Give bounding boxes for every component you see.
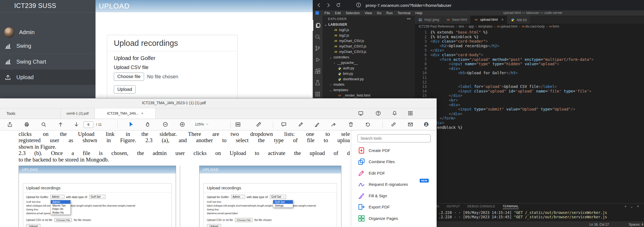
new-terminal-icon[interactable]: + xyxy=(624,204,627,208)
breadcrumb-item-upload-html[interactable]: <> upload.html xyxy=(497,25,517,28)
tree-item-mychart-csv-js[interactable]: JSmyChart_CSV.js xyxy=(323,38,415,44)
sidebar-item-swing[interactable]: Swing xyxy=(0,38,96,54)
select-tool-icon[interactable] xyxy=(128,122,134,128)
tool-item-request-e-signatures[interactable]: Request E-signaturesNEW xyxy=(358,180,408,189)
breadcrumb-item-templates[interactable]: templates xyxy=(478,25,493,28)
tree-item-models[interactable]: ›models xyxy=(323,82,415,87)
tree-item-log0-js[interactable]: JSlog0.js xyxy=(323,27,415,33)
tab-tools[interactable]: Tools xyxy=(0,108,22,119)
mail-icon[interactable] xyxy=(408,122,414,128)
share-icon[interactable] xyxy=(7,122,13,128)
tree-item-mychart-csv2-js[interactable]: JSmyChart_CSV2.js xyxy=(323,44,415,49)
beaker-icon[interactable] xyxy=(313,77,323,88)
files-icon[interactable] xyxy=(313,20,323,31)
editor-tab-app-py[interactable]: app.py xyxy=(507,16,530,24)
tree-item-bmi-py[interactable]: bmi.py xyxy=(323,71,415,76)
url-text[interactable]: proxy-7.vocareum.com/?folder=/home/labus… xyxy=(366,3,452,8)
tool-item-combine-files[interactable]: Combine Files xyxy=(358,157,395,166)
breadcrumb-item-bmi[interactable]: bmi xyxy=(459,25,464,28)
tool-item-fill-sign[interactable]: Fill & Sign xyxy=(358,191,387,200)
source-control-icon[interactable] xyxy=(313,43,323,54)
help-icon[interactable] xyxy=(375,110,381,117)
debug-icon[interactable] xyxy=(313,54,323,65)
apps-icon[interactable] xyxy=(408,110,414,117)
hand-tool-icon[interactable] xyxy=(145,122,151,128)
tree-root[interactable]: ⌄ LABSUSER xyxy=(323,22,415,27)
editor-tab-upload-html[interactable]: <>upload.html× xyxy=(470,16,507,24)
tree-item-auth-py[interactable]: auth.py xyxy=(323,65,415,71)
tool-item-edit-pdf[interactable]: Edit PDF xyxy=(358,168,385,178)
terminal-tab-output[interactable]: OUTPUT xyxy=(447,205,460,209)
zoom-out-icon[interactable] xyxy=(163,122,169,128)
editor-tab-img1-jpeg[interactable]: img1.jpeg xyxy=(415,16,443,24)
reload-icon[interactable] xyxy=(335,2,342,8)
breadcrumb-item-div-card-body[interactable]: <> div.card-body xyxy=(522,25,545,28)
print-icon[interactable] xyxy=(24,122,30,128)
profile-icon[interactable] xyxy=(424,122,430,128)
close-panel-icon[interactable]: × xyxy=(637,204,639,208)
trash-icon[interactable] xyxy=(348,122,354,128)
screenshare-icon[interactable] xyxy=(358,110,364,117)
zoom-control[interactable]: 125% xyxy=(195,122,209,126)
close-icon[interactable]: × xyxy=(501,17,503,22)
page-number-input[interactable]: 6 xyxy=(84,121,93,128)
sidebar-item-swing-chart[interactable]: Swing Chart xyxy=(0,54,96,69)
menu-edit[interactable]: Edit xyxy=(332,10,343,16)
close-icon[interactable]: × xyxy=(141,112,143,115)
tab-document-1[interactable]: sem6-1 (2).pdf xyxy=(60,108,95,119)
menu-run[interactable]: Run xyxy=(384,10,395,16)
menu-go[interactable]: Go xyxy=(374,10,384,16)
more-actions-icon[interactable] xyxy=(407,17,411,21)
tool-item-create-pdf[interactable]: Create PDF xyxy=(358,146,390,155)
pencil-icon[interactable] xyxy=(298,122,304,128)
fit-width-icon[interactable] xyxy=(235,122,241,128)
editor-tab-base-html[interactable]: <>base.html xyxy=(443,16,470,24)
menu-help[interactable]: Help xyxy=(413,10,425,16)
link-icon[interactable] xyxy=(391,122,397,128)
menu-terminal[interactable]: Terminal xyxy=(395,10,413,16)
tree-item-mychart-csv3-js[interactable]: JSmyChart_CSV3.js xyxy=(323,49,415,55)
breadcrumb-item-ict239-past-references[interactable]: ICT239 Past References xyxy=(419,25,454,28)
chevron-down-icon[interactable]: ⌄ xyxy=(630,204,633,208)
site-info-icon[interactable] xyxy=(356,2,362,8)
back-icon[interactable] xyxy=(315,2,322,8)
search-tools-input[interactable] xyxy=(357,134,431,142)
tree-item-log2-js[interactable]: JSlog2.js xyxy=(323,33,415,38)
menu-selection[interactable]: Selection xyxy=(343,10,362,16)
apps-icon[interactable] xyxy=(313,89,323,100)
sign-icon[interactable] xyxy=(314,122,320,128)
tree-item-templates[interactable]: ⌄templates xyxy=(323,87,415,93)
tool-item-export-pdf[interactable]: Export PDF xyxy=(358,202,390,212)
menu-view[interactable]: View xyxy=(362,10,374,16)
breadcrumb-item-form[interactable]: <> form xyxy=(549,25,559,28)
tree-item-dashboard-py[interactable]: dashboard.py xyxy=(323,76,415,82)
code-editor[interactable]: 1{% extends "base.html" %}2{% block main… xyxy=(415,29,644,203)
tree-item-render-field-html[interactable]: <>_render_field.html xyxy=(323,93,415,98)
forward-icon[interactable] xyxy=(325,2,332,8)
bell-icon[interactable] xyxy=(392,110,398,117)
tab-document-2[interactable]: ICT239_TMA_JAN... × xyxy=(95,108,156,119)
zoom-in-icon[interactable] xyxy=(180,122,186,128)
choose-file-button[interactable]: Choose file xyxy=(114,73,144,81)
sidebar-item-upload[interactable]: Upload xyxy=(0,69,96,85)
tool-item-send-for-comments[interactable]: Send for Comments xyxy=(358,225,405,227)
breadcrumb-item-app[interactable]: app xyxy=(469,25,474,28)
search-icon[interactable] xyxy=(313,31,323,42)
tree-item-pycache[interactable]: ›__pycache__ xyxy=(323,60,415,65)
search-icon[interactable] xyxy=(41,122,47,128)
terminal-tab-debug-console[interactable]: DEBUG CONSOLE xyxy=(467,205,495,209)
measure-icon[interactable] xyxy=(256,122,262,128)
upload-button[interactable]: Upload xyxy=(114,85,136,94)
extensions-icon[interactable] xyxy=(313,66,323,77)
page-up-icon[interactable] xyxy=(58,122,64,128)
tree-item-controllers[interactable]: ⌄controllers xyxy=(323,55,415,60)
comment-icon[interactable] xyxy=(281,122,287,128)
menu-file[interactable]: File xyxy=(322,10,332,16)
rotate-icon[interactable] xyxy=(365,122,371,128)
page-down-icon[interactable] xyxy=(74,122,80,128)
export-icon[interactable] xyxy=(331,122,337,128)
tool-item-organize-pages[interactable]: Organize Pages xyxy=(358,214,398,223)
cursor-position[interactable]: Ln 16, Col 17 xyxy=(589,223,609,226)
indent-setting[interactable]: Spaces: 4 xyxy=(629,223,643,226)
terminal-tab-terminal[interactable]: TERMINAL xyxy=(503,205,519,209)
